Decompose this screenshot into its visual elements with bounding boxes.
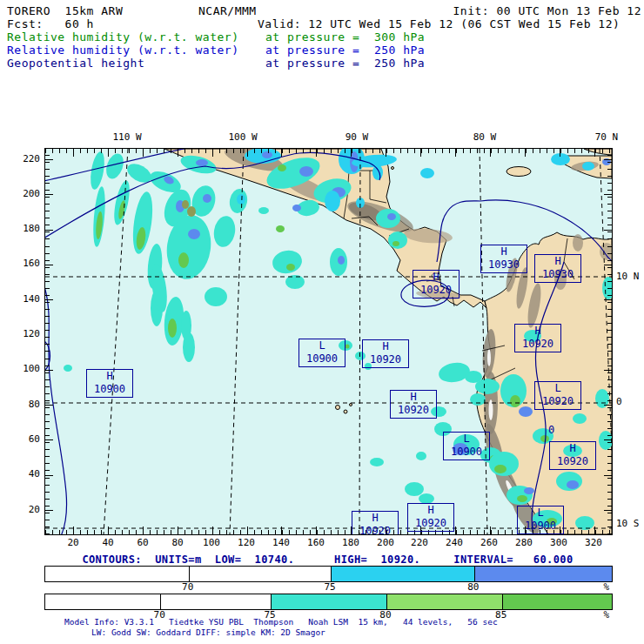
- field-pressure: at pressure = 250 hPa: [265, 57, 425, 70]
- extremum-value: 10920: [413, 284, 459, 297]
- extremum-marker-h: H10920: [352, 511, 399, 535]
- bottom-axis-label: 20: [67, 537, 78, 548]
- extremum-marker-h: H10920: [514, 324, 561, 352]
- extremum-marker-h: H10920: [413, 270, 460, 299]
- extremum-marker-h: H10900: [86, 369, 133, 398]
- extremum-letter: H: [515, 325, 560, 338]
- model-info-line1: Model Info: V3.3.1 Tiedtke YSU PBL Thomp…: [64, 617, 498, 627]
- extremum-letter: L: [444, 433, 489, 446]
- bottom-axis-label: 320: [585, 537, 602, 548]
- colorbar-tick-label: 75: [324, 581, 335, 593]
- extremum-marker-h: H10930: [534, 254, 581, 283]
- left-axis-label: 60: [10, 433, 40, 445]
- left-axis-label: 80: [10, 399, 40, 410]
- top-axis-label: 70 N: [595, 131, 619, 143]
- extremum-value: 10920: [391, 404, 436, 417]
- stray-contour-label: 0: [548, 424, 554, 436]
- extremum-marker-h: H10920: [362, 339, 409, 368]
- colorbar-divider: [386, 594, 387, 609]
- bottom-axis-label: 200: [377, 537, 394, 548]
- extremum-marker-h: H10930: [480, 245, 527, 273]
- bottom-axis-label: 100: [203, 537, 220, 548]
- left-axis-label: 160: [10, 258, 40, 269]
- bottom-axis-label: 80: [171, 537, 183, 548]
- top-axis-label: 100 W: [228, 131, 257, 143]
- bottom-axis-label: 240: [446, 537, 463, 548]
- colorbar-segment: [45, 594, 160, 609]
- left-axis-label: 180: [10, 223, 40, 234]
- init-time: Init: 00 UTC Mon 13 Feb 12: [453, 4, 642, 17]
- right-axis-label: 0: [616, 396, 622, 407]
- contours-info: CONTOURS: UNITS=m LOW= 10740. HIGH= 1092…: [44, 553, 611, 566]
- colorbar-divider: [189, 567, 190, 581]
- extremum-value: 10900: [299, 352, 345, 366]
- field-label: Relative humidity (w.r.t. water): [7, 44, 238, 57]
- extremum-letter: L: [535, 382, 580, 395]
- colorbar-tick-label: %: [603, 581, 609, 593]
- extremum-marker-h: H10920: [549, 441, 596, 470]
- bottom-axis-label: 160: [307, 537, 325, 548]
- extremum-marker-h: H10920: [390, 390, 437, 419]
- extremum-letter: H: [413, 271, 459, 284]
- right-axis-label: 10 N: [616, 271, 640, 282]
- extremum-letter: H: [408, 504, 453, 517]
- colorbar-segment: [271, 594, 386, 609]
- extremum-value: 10920: [535, 395, 580, 408]
- extremum-value: 10920: [408, 517, 453, 530]
- model-info-line2: LW: Godd SW: Goddard DIFF: simple KM: 2D…: [91, 627, 325, 637]
- left-axis-label: 140: [10, 293, 40, 305]
- bottom-axis-label: 60: [137, 537, 148, 548]
- colorbar-divider: [502, 594, 503, 609]
- center-name: NCAR/MMM: [198, 4, 257, 17]
- extremum-letter: H: [363, 340, 408, 353]
- extremum-letter: L: [518, 506, 563, 520]
- bottom-axis-label: 260: [480, 537, 498, 548]
- map-plot-area: H10900L10900H10920H10920L10900H10930H109…: [44, 148, 613, 535]
- colorbar-rh300: [44, 594, 613, 610]
- colorbar-divider: [271, 594, 272, 609]
- model-title: TORERO 15km ARW: [7, 4, 123, 17]
- left-axis-label: 120: [10, 328, 40, 339]
- colorbar-tick-label: 80: [467, 581, 479, 593]
- extremum-marker-l: L10900: [299, 339, 345, 367]
- colorbar-divider: [331, 567, 332, 581]
- extremum-value: 10900: [444, 446, 489, 459]
- bottom-axis-label: 140: [272, 537, 290, 548]
- valid-time: Valid: 12 UTC Wed 15 Feb 12 (06 CST Wed …: [258, 17, 620, 30]
- colorbar-segment: [331, 567, 474, 581]
- bottom-axis-label: 300: [550, 537, 567, 548]
- extremum-letter: L: [299, 339, 345, 352]
- colorbar-divider: [160, 594, 161, 609]
- extremum-letter: H: [481, 245, 527, 258]
- colorbar-segment: [189, 567, 331, 581]
- bottom-axis-label: 220: [411, 537, 428, 548]
- extremum-value: 10900: [87, 383, 132, 396]
- extremum-value: 10920: [515, 338, 560, 351]
- extremum-letter: H: [535, 255, 580, 268]
- weather-plot-page: TORERO 15km ARW NCAR/MMM Init: 00 UTC Mo…: [0, 0, 644, 644]
- extremum-marker-l: L10900: [517, 506, 564, 534]
- forecast-hour: Fcst: 60 h: [7, 17, 94, 30]
- left-axis-label: 20: [10, 504, 40, 515]
- extremum-value: 10920: [363, 353, 408, 366]
- top-axis-label: 110 W: [112, 131, 141, 143]
- field-pressure: at pressure = 250 hPa: [265, 44, 425, 57]
- colorbar-segment: [386, 594, 502, 609]
- colorbar-segment: [45, 567, 189, 581]
- bottom-axis-label: 280: [515, 537, 533, 548]
- extremum-letter: H: [87, 370, 132, 383]
- bottom-axis-label: 120: [238, 537, 255, 548]
- extremum-letter: H: [391, 391, 436, 404]
- extremum-value: 10930: [481, 258, 527, 272]
- extremum-value: 10920: [550, 455, 595, 468]
- colorbar-segment: [502, 594, 612, 609]
- left-axis-label: 100: [10, 363, 40, 374]
- right-axis-label: 10 S: [616, 518, 640, 529]
- colorbar-tick-label: %: [603, 609, 609, 621]
- colorbar-segment: [160, 594, 271, 609]
- extremum-value: 10930: [535, 268, 580, 281]
- colorbar-tick-label: 70: [182, 581, 193, 593]
- extremum-letter: H: [352, 512, 398, 525]
- bottom-axis-label: 180: [342, 537, 359, 548]
- top-axis-label: 80 W: [473, 131, 497, 143]
